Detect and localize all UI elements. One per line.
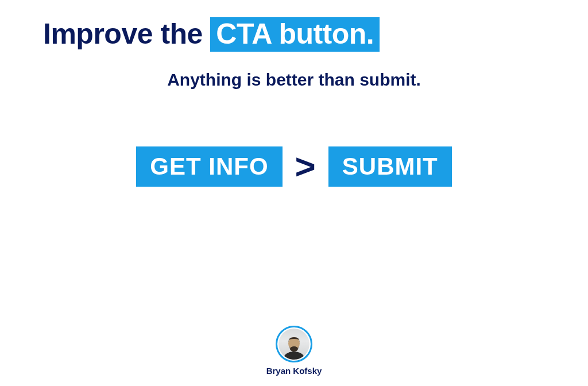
- cta-comparison: GET INFO > SUBMIT: [0, 146, 588, 187]
- author-name: Bryan Kofsky: [266, 366, 322, 376]
- greater-than-icon: >: [295, 149, 316, 184]
- avatar-image: [278, 329, 310, 360]
- cta-button-bad: SUBMIT: [328, 146, 452, 187]
- svg-point-2: [290, 346, 298, 351]
- author-block: Bryan Kofsky: [0, 326, 588, 376]
- cta-button-good: GET INFO: [136, 146, 282, 187]
- page-subheading: Anything is better than submit.: [0, 70, 588, 90]
- heading-prefix: Improve the: [43, 18, 210, 50]
- heading-highlight: CTA button.: [210, 17, 380, 52]
- avatar: [276, 326, 312, 362]
- svg-point-0: [284, 352, 304, 360]
- page-heading: Improve the CTA button.: [43, 17, 380, 52]
